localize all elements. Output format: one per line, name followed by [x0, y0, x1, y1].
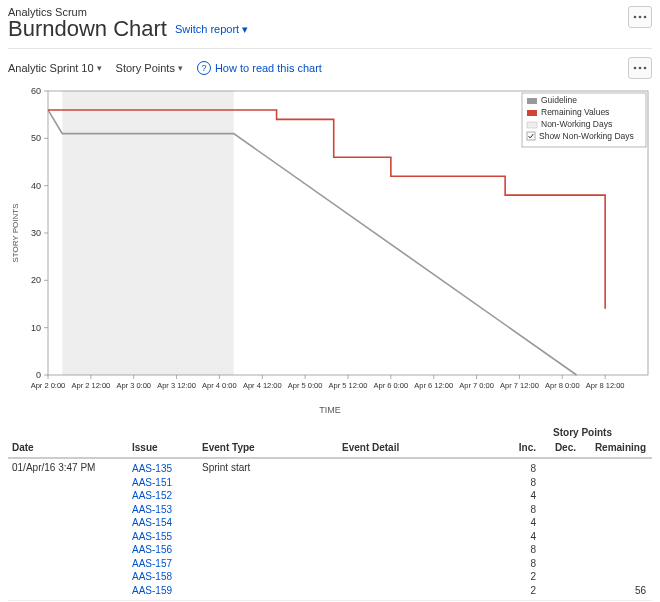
svg-text:Apr 2 12:00: Apr 2 12:00: [71, 381, 110, 390]
page-title: Burndown Chart: [8, 16, 167, 42]
inc-value: 2: [506, 570, 536, 584]
inc-value: 8: [506, 543, 536, 557]
svg-point-4: [639, 67, 642, 70]
col-event-type[interactable]: Event Type: [198, 438, 338, 458]
col-event-detail[interactable]: Event Detail: [338, 438, 502, 458]
ellipsis-icon: [633, 15, 647, 19]
inc-value: 8: [506, 557, 536, 571]
svg-text:Apr 5 12:00: Apr 5 12:00: [329, 381, 368, 390]
svg-text:Apr 8 12:00: Apr 8 12:00: [586, 381, 625, 390]
burndown-chart: 0102030405060STORY POINTSApr 2 0:00Apr 2…: [8, 85, 652, 409]
issue-link[interactable]: AAS-154: [132, 516, 192, 530]
sprint-dropdown[interactable]: Analytic Sprint 10 ▾: [8, 62, 102, 74]
issue-link[interactable]: AAS-158: [132, 570, 192, 584]
svg-text:Remaining Values: Remaining Values: [541, 107, 609, 117]
svg-text:Apr 4 12:00: Apr 4 12:00: [243, 381, 282, 390]
issue-link[interactable]: AAS-153: [132, 503, 192, 517]
sprint-dropdown-label: Analytic Sprint 10: [8, 62, 94, 74]
chevron-down-icon: ▾: [239, 23, 248, 36]
remaining-value: 56: [586, 584, 646, 598]
chevron-down-icon: ▾: [178, 63, 183, 73]
issue-link[interactable]: AAS-159: [132, 584, 192, 598]
svg-text:Apr 4 0:00: Apr 4 0:00: [202, 381, 237, 390]
col-issue[interactable]: Issue: [128, 438, 198, 458]
svg-text:Apr 7 12:00: Apr 7 12:00: [500, 381, 539, 390]
inc-value: 8: [506, 462, 536, 476]
inc-value: 4: [506, 516, 536, 530]
divider: [8, 48, 652, 49]
svg-text:10: 10: [31, 323, 41, 333]
svg-text:Apr 6 12:00: Apr 6 12:00: [414, 381, 453, 390]
table-header-row: Date Issue Event Type Event Detail Inc. …: [8, 438, 652, 458]
event-date: 01/Apr/16 3:47 PM: [12, 462, 95, 473]
svg-text:Apr 3 12:00: Apr 3 12:00: [157, 381, 196, 390]
issue-link[interactable]: AAS-156: [132, 543, 192, 557]
inc-value: 4: [506, 489, 536, 503]
col-remaining[interactable]: Remaining: [582, 438, 652, 458]
event-type: Sprint start: [202, 462, 250, 473]
svg-point-0: [634, 16, 637, 19]
svg-text:Non-Working Days: Non-Working Days: [541, 119, 612, 129]
svg-text:50: 50: [31, 133, 41, 143]
svg-rect-55: [527, 122, 537, 128]
svg-text:Apr 5 0:00: Apr 5 0:00: [288, 381, 323, 390]
inc-value: 8: [506, 503, 536, 517]
svg-text:Guideline: Guideline: [541, 95, 577, 105]
events-table: Date Issue Event Type Event Detail Inc. …: [8, 438, 652, 601]
help-icon: ?: [197, 61, 211, 75]
measure-dropdown-label: Story Points: [116, 62, 175, 74]
switch-report-label: Switch report: [175, 23, 239, 35]
svg-text:Apr 7 0:00: Apr 7 0:00: [459, 381, 494, 390]
ellipsis-icon: [633, 66, 647, 70]
more-actions-button[interactable]: [628, 6, 652, 28]
svg-text:Apr 8 0:00: Apr 8 0:00: [545, 381, 580, 390]
switch-report-link[interactable]: Switch report ▾: [175, 23, 248, 36]
issue-link[interactable]: AAS-155: [132, 530, 192, 544]
svg-text:40: 40: [31, 181, 41, 191]
svg-rect-57: [527, 132, 535, 140]
svg-text:Apr 2 0:00: Apr 2 0:00: [31, 381, 66, 390]
svg-text:30: 30: [31, 228, 41, 238]
issue-link[interactable]: AAS-151: [132, 476, 192, 490]
show-non-working-days-checkbox[interactable]: Show Non-Working Days: [539, 131, 634, 141]
inc-value: 4: [506, 530, 536, 544]
svg-text:60: 60: [31, 86, 41, 96]
svg-point-3: [634, 67, 637, 70]
y-axis-label: STORY POINTS: [11, 203, 20, 262]
events-table-section: Story Points Date Issue Event Type Event…: [8, 427, 652, 601]
issue-link[interactable]: AAS-135: [132, 462, 192, 476]
svg-text:Apr 6 0:00: Apr 6 0:00: [374, 381, 409, 390]
svg-text:Apr 3 0:00: Apr 3 0:00: [116, 381, 151, 390]
svg-point-1: [639, 16, 642, 19]
svg-point-5: [644, 67, 647, 70]
chart-actions-button[interactable]: [628, 57, 652, 79]
svg-text:20: 20: [31, 275, 41, 285]
col-inc[interactable]: Inc.: [502, 438, 542, 458]
col-dec[interactable]: Dec.: [542, 438, 582, 458]
col-date[interactable]: Date: [8, 438, 128, 458]
svg-point-2: [644, 16, 647, 19]
help-link-label: How to read this chart: [215, 62, 322, 74]
help-link[interactable]: ? How to read this chart: [197, 61, 322, 75]
issue-link[interactable]: AAS-152: [132, 489, 192, 503]
svg-rect-53: [527, 110, 537, 116]
svg-text:0: 0: [36, 370, 41, 380]
svg-rect-51: [527, 98, 537, 104]
inc-value: 8: [506, 476, 536, 490]
inc-value: 2: [506, 584, 536, 598]
issue-link[interactable]: AAS-157: [132, 557, 192, 571]
chevron-down-icon: ▾: [97, 63, 102, 73]
table-row: 01/Apr/16 3:47 PMAAS-135AAS-151AAS-152AA…: [8, 458, 652, 601]
story-points-super-header: Story Points: [8, 427, 652, 438]
measure-dropdown[interactable]: Story Points ▾: [116, 62, 183, 74]
